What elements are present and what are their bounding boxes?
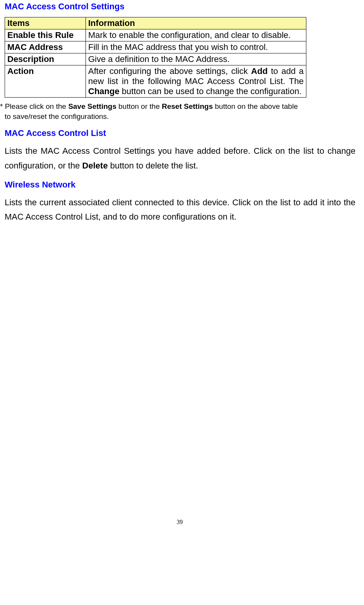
row-info-action: After configuring the above settings, cl… [86, 65, 306, 98]
section-title-settings: MAC Access Control Settings [5, 2, 359, 12]
footnote-bold-save: Save Settings [68, 102, 116, 110]
row-label-desc: Description [5, 53, 86, 65]
footnote-line2: to save/reset the configurations. [5, 112, 109, 120]
action-text-3: button can be used to change the configu… [120, 86, 302, 96]
wireless-section-text: Lists the current associated client conn… [5, 195, 359, 224]
list-text-bold-delete: Delete [82, 161, 108, 170]
row-info-enable: Mark to enable the configuration, and cl… [86, 29, 306, 41]
list-text-2: button to delete the list. [108, 161, 198, 170]
list-section-text: Lists the MAC Access Control Settings yo… [5, 144, 359, 173]
table-row: Description Give a definition to the MAC… [5, 53, 306, 65]
table-row: Action After configuring the above setti… [5, 65, 306, 98]
footnote-part3: button on the above table [213, 102, 298, 110]
table-row: Enable this Rule Mark to enable the conf… [5, 29, 306, 41]
table-row: MAC Address Fill in the MAC address that… [5, 41, 306, 53]
footnote-part2: button or the [116, 102, 162, 110]
section-title-wireless: Wireless Network [5, 180, 359, 190]
row-label-action: Action [5, 65, 86, 98]
footnote: * Please click on the Save Settings butt… [0, 101, 359, 121]
header-items: Items [5, 17, 86, 29]
settings-table: Items Information Enable this Rule Mark … [5, 17, 306, 98]
table-header-row: Items Information [5, 17, 306, 29]
footnote-part1: * Please click on the [0, 102, 68, 110]
action-text-1: After configuring the above settings, cl… [88, 66, 251, 76]
page-number: 39 [0, 519, 359, 526]
row-info-mac: Fill in the MAC address that you wish to… [86, 41, 306, 53]
action-bold-change: Change [88, 86, 120, 96]
footnote-bold-reset: Reset Settings [162, 102, 213, 110]
section-title-list: MAC Access Control List [5, 128, 359, 138]
row-label-mac: MAC Address [5, 41, 86, 53]
action-bold-add: Add [251, 66, 268, 76]
row-label-enable: Enable this Rule [5, 29, 86, 41]
row-info-desc: Give a definition to the MAC Address. [86, 53, 306, 65]
header-information: Information [86, 17, 306, 29]
